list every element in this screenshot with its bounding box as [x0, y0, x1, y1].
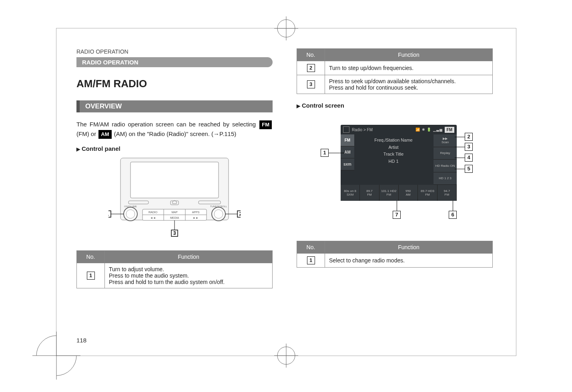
fm-badge: FM	[445, 127, 454, 133]
svg-rect-9	[130, 162, 219, 198]
preset-4[interactable]: 950AM	[399, 185, 418, 201]
table-row: 3 Press to seek up/down available statio…	[297, 75, 493, 94]
overview-text-before: The FM/AM radio operation screen can be …	[76, 121, 259, 128]
callout-screen-1: 1	[321, 149, 329, 157]
callout-screen-5: 5	[465, 165, 473, 173]
callout-screen-1-ref: 1	[307, 256, 315, 264]
svg-point-15	[212, 207, 225, 221]
callout-screen-4: 4	[465, 154, 473, 162]
hd-substations[interactable]: HD 1 2 3	[434, 172, 457, 185]
overview-heading: OVERVIEW	[76, 100, 273, 112]
control-panel-figure: O/VOLUME TUNE/SCROLL RADIO MAP APPS ◄◄ M…	[76, 156, 273, 242]
right-action-column: ▶▶Scan Replay HD Radio ON HD 1 2 3	[434, 134, 457, 185]
now-playing-area: Freq./Station Name Artist Track Title HD…	[354, 134, 433, 185]
row2-text: Turn to step up/down frequencies.	[325, 61, 493, 75]
overview-text-after: (AM) on the "Radio (Radio)" screen. (→P.…	[114, 130, 237, 137]
am-button-label: AM	[98, 130, 111, 139]
mode-tabs: FM AM sxm	[341, 134, 354, 170]
left-column: RADIO OPERATION RADIO OPERATION AM/FM RA…	[76, 48, 273, 296]
control-panel-table-cont: No. Function 2 Turn to step up/down freq…	[297, 48, 493, 94]
callout-screen-6: 6	[449, 211, 457, 219]
section-bar: RADIO OPERATION	[76, 57, 273, 67]
breadcrumb: Radio > FM	[352, 128, 373, 132]
table-header-no: No.	[297, 49, 325, 61]
callout-3: 3	[307, 80, 315, 88]
svg-text:RADIO: RADIO	[149, 211, 158, 214]
overview-text: The FM/AM radio operation screen can be …	[76, 120, 273, 139]
screen-row1-text: Select to change radio modes.	[325, 254, 493, 268]
preset-6[interactable]: 94.7FM	[438, 185, 457, 201]
svg-text:APPS: APPS	[192, 211, 200, 214]
control-screen-heading: Control screen	[297, 102, 493, 109]
tab-fm[interactable]: FM	[341, 134, 354, 146]
svg-text:3: 3	[173, 230, 176, 236]
overview-text-mid: (FM) or	[76, 130, 98, 137]
tab-sxm[interactable]: sxm	[341, 158, 354, 170]
svg-text:TUNE/SCROLL: TUNE/SCROLL	[210, 205, 227, 208]
control-panel-heading: Control panel	[76, 145, 273, 152]
callout-screen-2: 2	[465, 133, 473, 141]
freq-station-name: Freq./Station Name	[358, 137, 429, 144]
table-header-function: Function	[325, 49, 493, 61]
row1-line3: Press and hold to turn the audio system …	[109, 279, 268, 285]
table-row: 2 Turn to step up/down frequencies.	[297, 61, 493, 75]
control-panel-table: No. Function 1 Turn to adjust volume. Pr…	[76, 250, 273, 288]
track-title-label: Track Title	[358, 151, 429, 158]
table-header-no: No.	[77, 251, 105, 263]
page-number: 118	[76, 337, 86, 344]
svg-text:◄◄: ◄◄	[150, 216, 156, 219]
hd-indicator: HD 1	[358, 158, 429, 165]
row1-line2: Press to mute the audio system.	[109, 272, 268, 279]
artist-label: Artist	[358, 144, 429, 151]
svg-text:►►: ►►	[193, 216, 199, 219]
registration-mark-corner	[32, 332, 80, 380]
registration-mark-bottom	[274, 344, 298, 368]
table-header-no: No.	[297, 241, 325, 254]
row1-line1: Turn to adjust volume.	[109, 266, 268, 272]
page-title: AM/FM RADIO	[76, 78, 273, 90]
tab-am[interactable]: AM	[341, 146, 354, 158]
right-column: No. Function 2 Turn to step up/down freq…	[297, 48, 493, 296]
preset-row: 80s on 8SXM 89.7FM 101.1 HD2FM 950AM 89.…	[341, 185, 457, 201]
status-icons: 📶 ✱ 🔋 ▁▃▅	[415, 128, 443, 132]
preset-1[interactable]: 80s on 8SXM	[341, 185, 360, 201]
svg-text:MAP: MAP	[171, 211, 178, 214]
preset-2[interactable]: 89.7FM	[360, 185, 379, 201]
svg-text:O/VOLUME: O/VOLUME	[124, 205, 137, 208]
svg-text:MEDIA: MEDIA	[170, 216, 179, 219]
callout-2: 2	[307, 64, 315, 72]
home-icon	[343, 126, 349, 133]
callout-screen-3: 3	[465, 143, 473, 151]
scan-button[interactable]: ▶▶Scan	[434, 134, 457, 147]
row3-line1: Press to seek up/down available stations…	[329, 78, 488, 84]
replay-button[interactable]: Replay	[434, 147, 457, 160]
table-row: 1 Select to change radio modes.	[297, 254, 493, 268]
infotainment-screen: Radio > FM 📶 ✱ 🔋 ▁▃▅ FM FM AM sxm Freq./…	[341, 125, 457, 201]
table-header-function: Function	[325, 241, 493, 254]
page-frame: RADIO OPERATION RADIO OPERATION AM/FM RA…	[56, 28, 516, 356]
table-header-function: Function	[105, 251, 273, 263]
row3-line2: Press and hold for continuous seek.	[329, 84, 488, 91]
callout-screen-7: 7	[393, 211, 401, 219]
svg-text:2: 2	[239, 211, 241, 217]
svg-point-13	[124, 207, 137, 221]
fm-button-label: FM	[259, 120, 272, 129]
section-header: RADIO OPERATION	[76, 48, 273, 55]
callout-1: 1	[87, 272, 95, 280]
preset-5[interactable]: 89.7 HD3FM	[418, 185, 437, 201]
registration-mark-top	[274, 16, 298, 40]
control-screen-figure: Radio > FM 📶 ✱ 🔋 ▁▃▅ FM FM AM sxm Freq./…	[297, 121, 493, 225]
hd-radio-button[interactable]: HD Radio ON	[434, 160, 457, 172]
table-row: 1 Turn to adjust volume. Press to mute t…	[77, 263, 273, 288]
preset-3[interactable]: 101.1 HD2FM	[379, 185, 399, 201]
control-screen-table: No. Function 1 Select to change radio mo…	[297, 241, 493, 268]
